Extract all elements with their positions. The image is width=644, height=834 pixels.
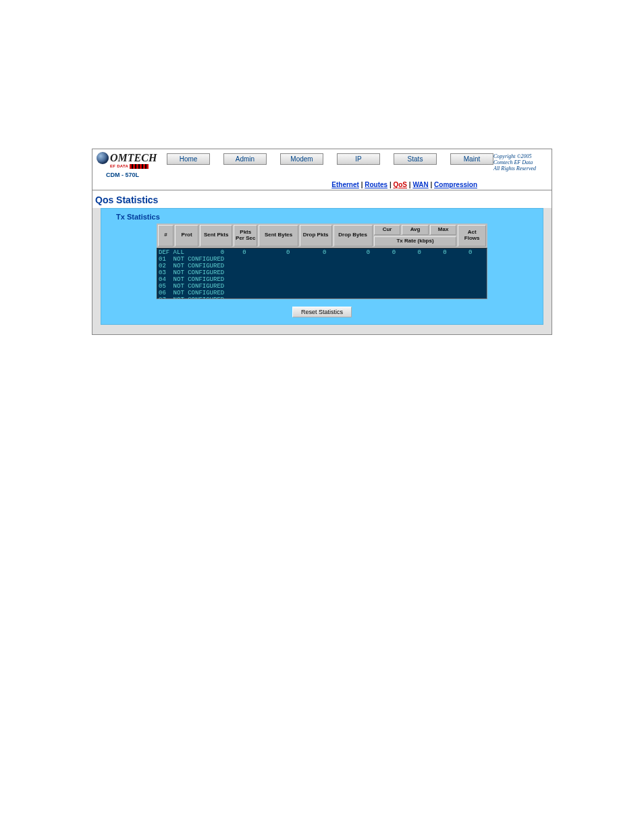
subnav-compression[interactable]: Compression <box>434 181 477 188</box>
copyright-line1: Copyright ©2005 <box>493 153 547 159</box>
model-label: CDM - 570L <box>106 172 167 178</box>
col-act-flows: Act Flows <box>458 225 486 246</box>
copyright-line2: Comtech EF Data <box>493 159 547 165</box>
tab-admin[interactable]: Admin <box>223 153 267 165</box>
stats-table-header: # Prot Sent Pkts Pkts Per Sec Sent Bytes… <box>157 224 487 248</box>
stats-data-area[interactable]: DEF ALL 0 0 0 0 0 0 0 0 0 01 NOT CONFIGU… <box>157 248 487 299</box>
brand-name: OMTECH <box>110 152 157 164</box>
col-prot: Prot <box>175 225 198 246</box>
tab-ip[interactable]: IP <box>337 153 380 165</box>
logo-bars-icon <box>130 164 149 169</box>
col-cur: Cur <box>374 225 401 235</box>
page-title: Qos Statistics <box>92 190 552 208</box>
col-drop-pkts: Drop Pkts <box>300 225 332 246</box>
col-avg: Avg <box>402 225 429 235</box>
brand-subline: EF DATA <box>110 164 128 168</box>
app-window: OMTECH EF DATA CDM - 570L Home Admin Mod… <box>92 149 552 335</box>
sub-nav: Ethernet | Routes | QoS | WAN | Compress… <box>92 180 552 190</box>
reset-statistics-button[interactable]: Reset Statistics <box>292 307 352 317</box>
col-pps: Pkts Per Sec <box>234 225 257 246</box>
subnav-routes[interactable]: Routes <box>365 181 387 188</box>
copyright-block: Copyright ©2005 Comtech EF Data All Righ… <box>493 152 547 172</box>
logo-area: OMTECH EF DATA CDM - 570L <box>97 152 167 180</box>
subnav-ethernet[interactable]: Ethernet <box>331 181 359 188</box>
col-max: Max <box>430 225 457 235</box>
globe-icon <box>97 152 109 164</box>
tx-statistics-title: Tx Statistics <box>105 211 539 224</box>
header-bar: OMTECH EF DATA CDM - 570L Home Admin Mod… <box>92 149 552 180</box>
col-drop-bytes: Drop Bytes <box>333 225 373 246</box>
col-rate-group: Tx Rate (kbps) <box>374 236 457 246</box>
tab-maint[interactable]: Maint <box>450 153 493 165</box>
tab-modem[interactable]: Modem <box>280 153 323 165</box>
tab-home[interactable]: Home <box>167 153 210 165</box>
col-sent-pkts: Sent Pkts <box>200 225 232 246</box>
copyright-line3: All Rights Reserved <box>493 165 547 172</box>
col-num: # <box>158 225 173 246</box>
subnav-qos[interactable]: QoS <box>393 181 407 188</box>
button-row: Reset Statistics <box>105 299 539 317</box>
stats-table: # Prot Sent Pkts Pkts Per Sec Sent Bytes… <box>157 224 487 299</box>
content-panel: Tx Statistics # Prot Sent Pkts Pkts Per … <box>101 208 543 325</box>
col-sent-bytes: Sent Bytes <box>259 225 298 246</box>
subnav-wan[interactable]: WAN <box>412 181 428 188</box>
main-tabs: Home Admin Modem IP Stats Maint <box>167 152 493 165</box>
tab-stats[interactable]: Stats <box>394 153 437 165</box>
